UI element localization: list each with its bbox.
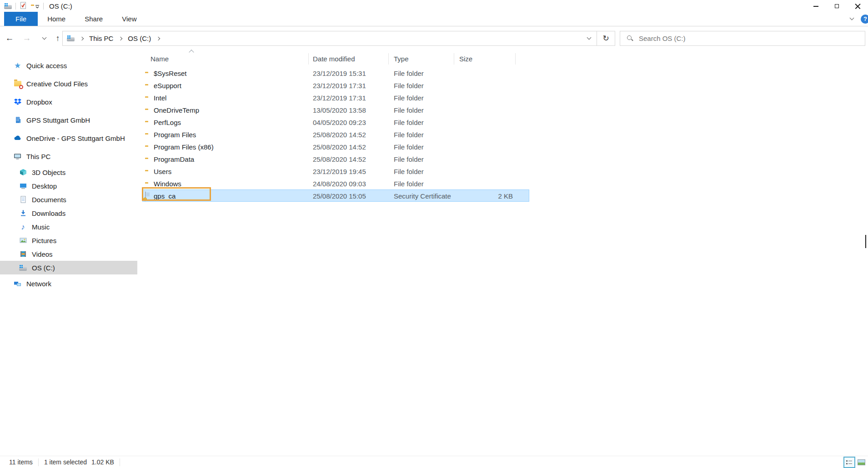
minimize-button[interactable] [805, 0, 826, 12]
file-row[interactable]: Users 23/12/2019 19:45 File folder [142, 165, 529, 177]
column-header-type[interactable]: Type [394, 55, 409, 63]
selection-count: 1 item selected [44, 458, 87, 466]
building-icon [14, 116, 21, 124]
breadcrumb-os-c[interactable]: OS (C:) [128, 35, 151, 42]
view-toggle-buttons [843, 456, 867, 468]
recent-locations-chevron[interactable] [37, 31, 51, 45]
forward-button[interactable]: → [20, 31, 34, 45]
file-row[interactable]: OneDriveTemp 13/05/2020 13:58 File folde… [142, 104, 529, 116]
large-icons-view-button[interactable] [855, 457, 867, 468]
minimize-icon [813, 6, 818, 7]
tab-home[interactable]: Home [38, 12, 75, 26]
3d-objects-cube-icon [19, 169, 27, 176]
refresh-button[interactable]: ↻ [597, 31, 615, 45]
file-row[interactable]: eSupport 23/12/2019 17:31 File folder [142, 79, 529, 91]
documents-icon [19, 196, 27, 204]
file-row[interactable]: Program Files (x86) 25/08/2020 14:52 Fil… [142, 140, 529, 153]
sidebar-item-downloads[interactable]: Downloads [0, 206, 137, 220]
os-c-drive-icon [19, 264, 27, 272]
pictures-icon [19, 237, 27, 244]
close-icon [855, 3, 861, 9]
file-row[interactable]: Program Files 25/08/2020 14:52 File fold… [142, 128, 529, 140]
file-row[interactable]: Windows 24/08/2020 09:03 File folder [142, 177, 529, 189]
breadcrumb-this-pc[interactable]: This PC [89, 35, 113, 42]
window-controls [805, 0, 868, 12]
sidebar-item-pictures[interactable]: Pictures [0, 234, 137, 247]
column-header-date-modified[interactable]: Date modified [313, 55, 355, 63]
file-row[interactable]: ProgramData 25/08/2020 14:52 File folder [142, 153, 529, 165]
sidebar-item-3d-objects[interactable]: 3D Objects [0, 165, 137, 179]
file-list-pane: Name Date modified Type Size $SysReset 2… [137, 50, 868, 456]
search-icon [627, 35, 633, 42]
tab-share[interactable]: Share [75, 12, 112, 26]
desktop-icon [19, 182, 27, 190]
app-drive-icon [4, 2, 12, 10]
sidebar-item-desktop[interactable]: Desktop [0, 179, 137, 193]
sidebar-item-dropbox[interactable]: Dropbox [0, 93, 137, 111]
text-cursor-mark [865, 235, 866, 248]
drive-icon [67, 35, 75, 42]
restore-button[interactable] [826, 0, 847, 12]
file-row[interactable]: Intel 23/12/2019 17:31 File folder [142, 91, 529, 104]
navigation-bar: ← → ↑ This PC OS (C:) ↻ Search OS (C:) [0, 26, 868, 50]
close-button[interactable] [847, 0, 868, 12]
sidebar-item-this-pc[interactable]: This PC [0, 147, 137, 165]
properties-icon[interactable] [20, 2, 27, 10]
thumbnails-view-icon [858, 459, 865, 465]
file-row[interactable]: $SysReset 23/12/2019 15:31 File folder [142, 67, 529, 79]
certificate-icon [145, 192, 146, 199]
details-view-icon [846, 460, 853, 465]
file-row-selected-gps-ca[interactable]: gps_ca 25/08/2020 15:05 Security Certifi… [142, 189, 529, 202]
tab-view[interactable]: View [112, 12, 146, 26]
customize-qat-dropdown-icon[interactable] [35, 2, 40, 10]
dropbox-icon [14, 98, 21, 106]
item-count: 11 items [9, 458, 33, 466]
quick-access-toolbar [20, 2, 40, 10]
explorer-window: OS (C:) File Home Share View ? ← → ↑ Thi… [0, 0, 868, 468]
sidebar-item-network[interactable]: Network [0, 274, 137, 293]
onedrive-cloud-icon [14, 134, 21, 142]
column-headers: Name Date modified Type Size [142, 52, 529, 65]
breadcrumb-chevron-icon[interactable] [156, 36, 160, 40]
back-button[interactable]: ← [3, 31, 16, 45]
search-placeholder: Search OS (C:) [639, 35, 686, 42]
column-header-name[interactable]: Name [151, 55, 169, 63]
titlebar-separator [15, 3, 16, 10]
videos-filmstrip-icon [19, 250, 27, 258]
sidebar-item-os-c[interactable]: OS (C:) [0, 261, 137, 274]
address-bar[interactable]: This PC OS (C:) ↻ [62, 31, 615, 46]
network-icon [14, 280, 21, 288]
details-view-button[interactable] [843, 457, 855, 468]
sidebar-item-videos[interactable]: Videos [0, 247, 137, 261]
music-note-icon: ♪ [19, 223, 27, 231]
status-separator [38, 458, 39, 466]
tab-file[interactable]: File [4, 12, 38, 26]
this-pc-icon [14, 153, 21, 160]
address-history-dropdown[interactable] [581, 31, 597, 45]
sidebar-item-creative-cloud-files[interactable]: Creative Cloud Files [0, 75, 137, 93]
breadcrumb-chevron-icon[interactable] [119, 36, 122, 40]
restore-icon [835, 4, 839, 8]
search-box[interactable]: Search OS (C:) [620, 31, 865, 46]
sidebar-item-music[interactable]: ♪ Music [0, 220, 137, 234]
titlebar-separator-2 [43, 3, 44, 10]
file-row[interactable]: PerfLogs 04/05/2020 09:23 File folder [142, 116, 529, 128]
downloads-arrow-icon [19, 209, 27, 217]
sidebar-item-quick-access[interactable]: ★ Quick access [0, 56, 137, 75]
creative-cloud-folder-icon [14, 80, 21, 88]
expand-ribbon-chevron-icon[interactable] [850, 16, 854, 20]
sidebar-item-gps-stuttgart[interactable]: GPS Stuttgart GmbH [0, 111, 137, 129]
breadcrumb-chevron-icon[interactable] [80, 36, 84, 40]
ribbon-tabs: File Home Share View ? [0, 12, 868, 26]
window-title: OS (C:) [49, 2, 72, 10]
status-separator-2 [120, 458, 120, 466]
sidebar-item-documents[interactable]: Documents [0, 193, 137, 206]
column-header-size[interactable]: Size [459, 55, 472, 63]
sort-ascending-caret-icon [189, 50, 194, 55]
sidebar-item-onedrive[interactable]: OneDrive - GPS Stuttgart GmbH [0, 129, 137, 147]
breadcrumb: This PC OS (C:) [63, 35, 581, 42]
selection-size: 1.02 KB [91, 458, 114, 466]
status-bar: 11 items 1 item selected 1.02 KB [0, 456, 868, 468]
help-icon[interactable]: ? [861, 15, 868, 24]
quick-access-star-icon: ★ [14, 62, 21, 70]
